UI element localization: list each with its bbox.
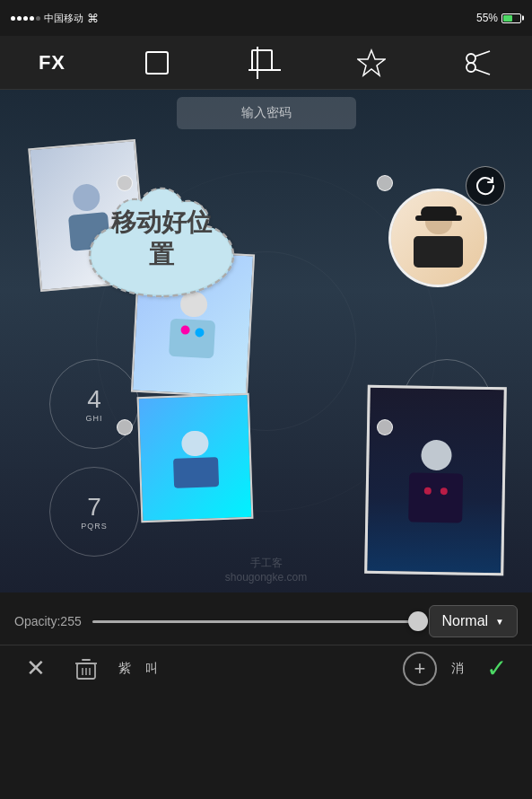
svg-point-5	[467, 54, 475, 63]
action-bar: ✕ 紫 叫 + 消 ✓	[0, 645, 532, 691]
fx-label: FX	[39, 51, 65, 75]
cloud-text: 移动好位 置	[67, 206, 256, 272]
keypad-7[interactable]: 7 PQRS	[49, 467, 139, 557]
svg-rect-0	[146, 52, 168, 74]
photo-4[interactable]	[364, 385, 507, 576]
keypad-4-letters: GHI	[85, 414, 102, 423]
cloud-bubble[interactable]: 移动好位 置	[67, 180, 256, 314]
frame-button[interactable]	[143, 48, 171, 77]
action-left: ✕ 紫 叫	[18, 651, 158, 687]
slider-container[interactable]	[92, 620, 418, 623]
svg-rect-22	[414, 236, 463, 268]
signal-dots	[11, 16, 40, 21]
photo-3-face	[139, 395, 252, 521]
trash-button[interactable]	[68, 651, 104, 687]
svg-line-8	[475, 69, 490, 75]
star-icon	[357, 48, 386, 77]
slider-fill	[92, 620, 418, 623]
action-text-xiao: 消	[451, 661, 464, 677]
canvas-area: 输入密码 4 GHI 6 MNO 7 PQRS	[0, 90, 532, 593]
bottom-panel: Opacity:255 Normal ▼ ✕	[0, 593, 532, 691]
blend-mode-label: Normal	[442, 613, 489, 629]
dot-2	[17, 16, 22, 21]
svg-line-7	[475, 51, 490, 57]
cancel-button[interactable]: ✕	[18, 651, 54, 687]
handle-bottom-left[interactable]	[117, 419, 133, 435]
svg-point-6	[467, 63, 475, 72]
rotate-handle[interactable]	[466, 166, 505, 206]
svg-rect-1	[252, 50, 272, 70]
handle-top-left[interactable]	[117, 175, 133, 191]
battery-percent: 55%	[476, 12, 498, 24]
opacity-row: Opacity:255 Normal ▼	[0, 593, 532, 645]
action-text-zi: 紫	[118, 661, 131, 677]
blend-mode-dropdown[interactable]: Normal ▼	[429, 605, 518, 637]
confirm-button[interactable]: ✓	[478, 651, 514, 687]
plus-icon: +	[414, 657, 426, 680]
action-text-jiao: 叫	[145, 661, 158, 677]
dot-4	[30, 16, 34, 21]
status-right: 55%	[476, 12, 521, 24]
fx-button[interactable]: FX	[39, 51, 65, 75]
star-button[interactable]	[357, 48, 386, 77]
keypad-7-letters: PQRS	[81, 522, 108, 531]
frame-icon	[143, 48, 171, 77]
wifi-icon: ⌘	[87, 12, 99, 25]
crop-button[interactable]	[249, 47, 281, 79]
toolbar: FX	[0, 36, 532, 90]
battery-icon	[501, 13, 521, 23]
svg-rect-16	[173, 457, 219, 488]
dot-3	[23, 16, 28, 21]
photo-4-face	[367, 388, 504, 574]
keypad-4-num: 4	[87, 385, 101, 414]
slider-thumb[interactable]	[408, 611, 428, 631]
crop-icon	[249, 47, 281, 79]
dropdown-arrow-icon: ▼	[495, 617, 504, 627]
svg-rect-15	[180, 430, 208, 456]
add-button[interactable]: +	[403, 652, 437, 686]
photo-3[interactable]	[137, 393, 254, 522]
keypad-7-num: 7	[87, 493, 101, 522]
status-left: 中国移动 ⌘	[11, 12, 99, 25]
circle-photo[interactable]	[388, 189, 487, 287]
slider-track	[92, 620, 418, 623]
svg-marker-4	[358, 50, 385, 75]
action-right: + 消 ✓	[403, 651, 514, 687]
handle-top-right[interactable]	[377, 175, 393, 191]
dot-5	[36, 16, 40, 21]
battery-fill	[503, 15, 512, 22]
svg-rect-18	[408, 472, 463, 522]
status-bar: 中国移动 ⌘ 55%	[0, 0, 532, 36]
rotate-icon	[475, 175, 496, 197]
cancel-icon: ✕	[26, 654, 46, 682]
dot-1	[11, 16, 15, 21]
check-icon: ✓	[486, 654, 507, 683]
circle-photo-face	[391, 191, 484, 285]
svg-rect-12	[169, 319, 215, 359]
svg-rect-17	[421, 440, 452, 471]
opacity-label: Opacity:255	[14, 614, 82, 628]
scissors-button[interactable]	[463, 48, 493, 78]
handle-bottom-right[interactable]	[377, 419, 393, 435]
scissors-icon	[463, 48, 493, 78]
svg-rect-24	[415, 215, 462, 221]
carrier-name: 中国移动	[44, 12, 83, 25]
trash-icon	[74, 656, 99, 681]
